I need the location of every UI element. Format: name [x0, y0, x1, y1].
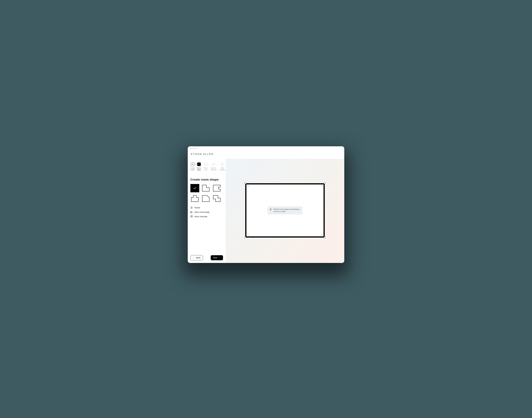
- hint-text: Edit the room shape by selecting a corne…: [274, 208, 300, 213]
- step-number: 4: [213, 163, 214, 165]
- shape-l[interactable]: [201, 184, 210, 192]
- section-title: Create room shape: [190, 178, 223, 181]
- room-shape[interactable]: Edit the room shape by selecting a corne…: [245, 183, 325, 238]
- next-button[interactable]: Next →: [211, 255, 223, 260]
- transform-tools: Rotate Mirror Horizontally Mirror Vertic…: [190, 207, 223, 218]
- tool-label: Mirror Horizontally: [195, 211, 210, 213]
- svg-rect-6: [270, 210, 271, 210]
- app-window: ETHAN ALLEN Create project 2 Room shape: [188, 146, 344, 263]
- step-doors-windows[interactable]: 4 Doors & windows: [211, 163, 216, 171]
- svg-rect-0: [191, 211, 191, 213]
- tool-rotate[interactable]: Rotate: [190, 207, 223, 209]
- tool-mirror-vertical[interactable]: Mirror Vertically: [190, 215, 223, 218]
- svg-rect-3: [191, 216, 192, 216]
- shape-u-notch[interactable]: [212, 184, 221, 192]
- step-number: 5: [222, 163, 223, 165]
- design-canvas[interactable]: Edit the room shape by selecting a corne…: [226, 159, 344, 263]
- shape-rectangle[interactable]: [190, 184, 199, 192]
- sidebar: Create project 2 Room shape 3 Room size …: [188, 159, 226, 263]
- brand-logo: ETHAN ALLEN: [191, 153, 341, 155]
- shape-picker: [190, 184, 223, 203]
- corner-marker[interactable]: [321, 234, 322, 235]
- back-button[interactable]: ← Back: [190, 255, 203, 260]
- step-number: 2: [199, 163, 200, 165]
- check-icon: [192, 164, 193, 165]
- tool-label: Mirror Vertically: [195, 216, 207, 218]
- step-label: Doors & windows: [211, 167, 216, 171]
- tool-label: Rotate: [195, 207, 200, 209]
- step-label: Style template: [220, 167, 225, 171]
- app-header: ETHAN ALLEN: [188, 150, 344, 159]
- window-dot: [192, 148, 194, 149]
- resize-handle-bl[interactable]: [245, 237, 246, 238]
- button-label: Next: [213, 256, 217, 259]
- corner-marker[interactable]: [247, 234, 249, 235]
- step-style-template[interactable]: 5 Style template: [220, 163, 225, 171]
- shape-t-notch[interactable]: [190, 194, 199, 203]
- step-room-shape[interactable]: 2 Room shape: [197, 163, 201, 171]
- window-dot: [195, 148, 197, 149]
- arrow-left-icon: ←: [193, 257, 195, 259]
- mirror-vertical-icon: [190, 215, 193, 218]
- step-room-size[interactable]: 3 Room size: [204, 163, 208, 171]
- window-dot: [190, 148, 191, 149]
- corner-marker[interactable]: [247, 186, 249, 187]
- window-titlebar: [188, 146, 344, 150]
- step-label: Room size: [204, 167, 208, 171]
- corner-marker[interactable]: [321, 186, 322, 187]
- shape-cut-corner[interactable]: [201, 194, 210, 203]
- resize-handle-tr[interactable]: [324, 183, 325, 184]
- shape-z[interactable]: [212, 194, 221, 203]
- progress-stepper: Create project 2 Room shape 3 Room size …: [190, 163, 223, 171]
- resize-handle-br[interactable]: [324, 237, 325, 238]
- hint-tooltip: Edit the room shape by selecting a corne…: [268, 206, 302, 214]
- tool-mirror-horizontal[interactable]: Mirror Horizontally: [190, 211, 223, 213]
- resize-handle-tl[interactable]: [245, 183, 246, 184]
- arrow-right-icon: →: [218, 257, 221, 259]
- button-label: Back: [196, 256, 200, 259]
- lightbulb-icon: [270, 208, 272, 211]
- step-label: Room shape: [197, 167, 201, 171]
- svg-rect-7: [270, 210, 271, 211]
- step-number: 3: [206, 163, 206, 165]
- rotate-icon: [190, 207, 193, 209]
- step-create-project[interactable]: Create project: [190, 163, 195, 171]
- divider: [190, 174, 223, 174]
- step-label: Create project: [190, 167, 195, 171]
- mirror-horizontal-icon: [190, 211, 193, 213]
